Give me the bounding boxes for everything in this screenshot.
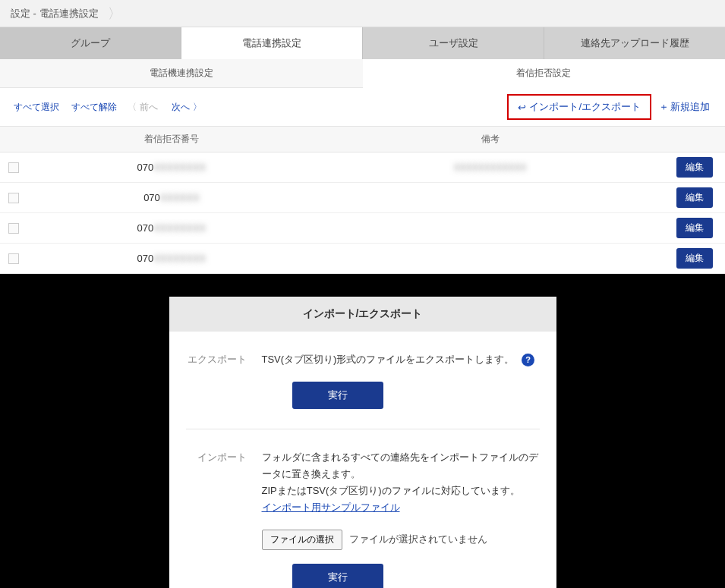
file-select-button[interactable]: ファイルの選択 <box>262 530 342 550</box>
import-export-button[interactable]: ↩ インポート/エクスポート <box>507 94 651 120</box>
table-row: 070XXXXXXXXXXXXXXXXXXXX編集 <box>0 153 725 183</box>
plus-icon: ＋ <box>659 100 669 114</box>
subtab-device-link[interactable]: 電話機連携設定 <box>0 59 363 88</box>
import-exec-button[interactable]: 実行 <box>292 564 383 588</box>
import-desc2: ZIPまたはTSV(タブ区切り)のファイルに対応しています。 <box>262 483 540 499</box>
export-exec-button[interactable]: 実行 <box>292 382 383 409</box>
row-checkbox[interactable] <box>8 223 19 234</box>
edit-button[interactable]: 編集 <box>676 248 713 269</box>
subtab-block-settings[interactable]: 着信拒否設定 <box>363 59 726 88</box>
table-row: 070XXXXXXXX編集 <box>0 213 725 244</box>
table-row: 070XXXXXXXX編集 <box>0 244 725 274</box>
import-desc1: フォルダに含まれるすべての連絡先をインポートファイルのデータに置き換えます。 <box>262 449 540 483</box>
row-note <box>316 253 664 265</box>
row-number: 070XXXXXXXX <box>27 247 316 270</box>
breadcrumb-title: 設定 - 電話連携設定 <box>11 7 99 20</box>
export-section: エクスポート TSV(タブ区切り)形式のファイルをエクスポートします。 ? 実行 <box>186 351 540 429</box>
header-note: 備考 <box>316 127 664 152</box>
header-number: 着信拒否番号 <box>27 127 316 152</box>
help-icon[interactable]: ? <box>522 354 534 366</box>
next-link[interactable]: 次へ <box>172 101 190 114</box>
tab-upload-history[interactable]: 連絡先アップロード履歴 <box>544 27 725 59</box>
add-new-button[interactable]: ＋ 新規追加 <box>651 96 717 118</box>
row-number: 070XXXXXX <box>27 186 316 209</box>
import-export-label: インポート/エクスポート <box>529 100 641 114</box>
import-section: インポート フォルダに含まれるすべての連絡先をインポートファイルのデータに置き換… <box>186 429 540 588</box>
chevron-right-icon: 〉 <box>108 5 121 23</box>
row-checkbox[interactable] <box>8 162 19 173</box>
toolbar: すべて選択 すべて解除 〈 前へ 次へ 〉 ↩ インポート/エクスポート ＋ 新… <box>0 88 725 126</box>
prev-link[interactable]: 前へ <box>140 101 158 114</box>
main-tabs: グループ 電話連携設定 ユーザ設定 連絡先アップロード履歴 <box>0 27 725 59</box>
sub-tabs: 電話機連携設定 着信拒否設定 <box>0 59 725 88</box>
select-all-link[interactable]: すべて選択 <box>8 98 65 117</box>
row-number: 070XXXXXXXX <box>27 156 316 179</box>
prev-arrow-icon[interactable]: 〈 <box>128 101 137 114</box>
row-note <box>316 222 664 234</box>
export-desc: TSV(タブ区切り)形式のファイルをエクスポートします。 <box>262 354 515 365</box>
edit-button[interactable]: 編集 <box>676 218 713 238</box>
table-header: 着信拒否番号 備考 <box>0 126 725 153</box>
row-checkbox[interactable] <box>8 193 19 203</box>
deselect-all-link[interactable]: すべて解除 <box>65 98 123 117</box>
breadcrumb: 設定 - 電話連携設定 〉 <box>0 0 725 27</box>
row-note <box>316 192 664 204</box>
row-number: 070XXXXXXXX <box>27 216 316 240</box>
file-status: ファイルが選択されていません <box>349 533 487 545</box>
tab-user-settings[interactable]: ユーザ設定 <box>363 27 544 59</box>
tab-phone-link[interactable]: 電話連携設定 <box>181 27 363 59</box>
table-row: 070XXXXXX編集 <box>0 183 725 213</box>
tab-group[interactable]: グループ <box>0 27 181 59</box>
edit-button[interactable]: 編集 <box>676 187 713 208</box>
export-label: エクスポート <box>186 351 247 409</box>
row-checkbox[interactable] <box>8 253 19 264</box>
edit-button[interactable]: 編集 <box>676 157 713 178</box>
add-new-label: 新規追加 <box>670 100 710 114</box>
panel-title: インポート/エクスポート <box>169 297 556 332</box>
reply-arrow-icon: ↩ <box>518 102 526 113</box>
import-label: インポート <box>186 449 247 588</box>
pager: 〈 前へ 次へ 〉 <box>128 101 202 114</box>
import-export-panel: インポート/エクスポート エクスポート TSV(タブ区切り)形式のファイルをエク… <box>169 297 556 588</box>
sample-file-link[interactable]: インポート用サンプルファイル <box>262 502 400 513</box>
row-note: XXXXXXXXXXXX <box>316 156 664 179</box>
next-arrow-icon[interactable]: 〉 <box>193 101 202 114</box>
